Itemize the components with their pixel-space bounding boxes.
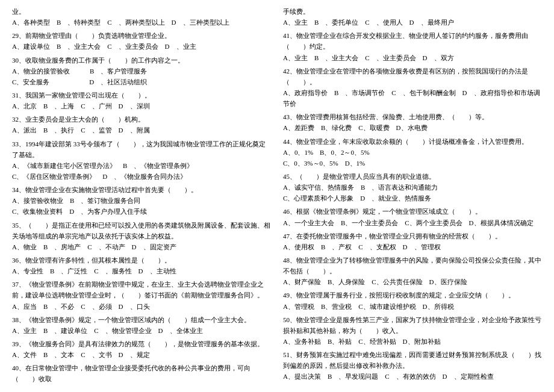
q41-block: 41、物业管理企业在综合开发交根据业主、物业使用人签订的约约服务，服务费用由（ … — [283, 30, 542, 63]
q42-options: A、政府指导价 B 、市场调节价 C 、包干制和酬金制 D 、政府指导价和市场调… — [283, 87, 542, 109]
q51-block: 51、财务预算在实施过程中难免出现偏差，因而需要通过财务预算控制系统及（ ）找到… — [283, 349, 542, 382]
q43-block: 43、物业管理费用核算包括经营、保险费、土地使用费、（ ）等。 A、差距费 B、… — [283, 111, 542, 133]
q32-options: A、派出 B 、执行 C 、监管 D 、附属 — [12, 125, 271, 135]
q47-block: 47、在委托物业管理服务中，物业管理企业只拥有物业的经营权（ ）。 A、使用权 … — [283, 231, 542, 252]
q32-block: 32、业主委员会是业主大会的（ ）机构。 A、派出 B 、执行 C 、监管 D … — [12, 114, 271, 135]
prefix-options: A、各种类型 B 、特种类型 C 、两种类型以上 D 、三种类型以上 — [12, 17, 271, 28]
q45-text: 45、（ ）是物业管理人员应当具有的职业道德。 — [283, 171, 542, 182]
q34-options2: C、收集物业资料 D 、为客户办理入住手续 — [12, 206, 271, 217]
q41-text: 41、物业管理企业在综合开发交根据业主、物业使用人签订的约约服务，服务费用由（ … — [283, 30, 542, 52]
q35-block: 35、（ ）是指正在使用和已经可以投入使用的各类建筑物及附属设备、配套设施、相关… — [12, 220, 271, 252]
q48-options: A、财产保险 B、人身保险 C、公共责任保险 D、医疗保险 — [283, 276, 542, 287]
q34-text: 34、物业管理企业在实施物业管理活动过程中首先要（ ）。 — [12, 184, 271, 195]
q36-options: A、专业性 B 、广泛性 C 、服务性 D 、主动性 — [12, 266, 271, 276]
q50-block: 50、物业管理企业是服务性第三产业，国家为了扶持物业管理企业，对企业给予政策性亏… — [283, 314, 542, 347]
q47-options: A、使用权 B 、产权 C 、支配权 D 、管理权 — [283, 241, 542, 252]
q31-options: A、北京 B 、上海 C 、广州 D 、深圳 — [12, 101, 271, 111]
q41-options: A、业主 B 、业主大会 C 、业主委员会 D 、双方 — [283, 52, 542, 63]
q30-options2: C、安全服务 D 、社区活动组织 — [12, 76, 271, 87]
q45-block: 45、（ ）是物业管理人员应当具有的职业道德。 A、诚实守信、热情服务 B 、语… — [283, 171, 542, 204]
r-prefix-options: A、业主 B 、委托单位 C 、使用人 D 、最终用户 — [283, 17, 542, 28]
q44-options1: A、0、1% B、0、2～0、5% — [283, 147, 542, 158]
q36-block: 36、物业管理有许多特性，但其根本属性是（ ）。 A、专业性 B 、广泛性 C … — [12, 255, 271, 276]
r-prefix-text: 手续费。 — [283, 6, 542, 17]
q44-options2: C、0、3%～0、5% D、1% — [283, 158, 542, 169]
q34-block: 34、物业管理企业在实施物业管理活动过程中首先要（ ）。 A、接管验收物业 B … — [12, 184, 271, 217]
q33-options1: A、《城市新建住宅小区管理办法》 B 、《物业管理条例》 — [12, 160, 271, 171]
q30-options1: A、物业的接管验收 B 、客户管理服务 — [12, 66, 271, 76]
q42-text: 42、物业管理企业在管理中的各项物业服务收费是有区别的，按照我国现行的办法是（ … — [283, 66, 542, 87]
q48-block: 48、物业管理企业为了转移物业管理服务中的风险，要向保险公司投保公众责任险，其中… — [283, 255, 542, 287]
q30-block: 30、收取物业服务费的工作属于（ ）的工作内容之一。 A、物业的接管验收 B 、… — [12, 55, 271, 87]
q49-block: 49、物业管理属于服务行业，按照现行税收制度的规定，企业应交纳（ ）。 A、管理… — [283, 290, 542, 311]
q39-block: 39、《物业服务合同》是具有法律效力的规范（ ），是物业管理服务的基本依据。 A… — [12, 338, 271, 360]
q30-text: 30、收取物业服务费的工作属于（ ）的工作内容之一。 — [12, 55, 271, 66]
q33-options2: C、《居住区物业管理条例》 D 、《物业服务合同办法》 — [12, 171, 271, 182]
q39-options: A、文件 B 、文本 C 、文书 D 、规定 — [12, 349, 271, 360]
q38-options: A、业主 B 、建设单位 C 、物业管理企业 D 、全体业主 — [12, 325, 271, 336]
q43-text: 43、物业管理费用核算包括经营、保险费、土地使用费、（ ）等。 — [283, 111, 542, 122]
q33-text: 33、1994年建设部第 33号令颁布了（ ），这为我国城市物业管理工作的正规化… — [12, 138, 271, 160]
q35-text: 35、（ ）是指正在使用和已经可以投入使用的各类建筑物及附属设备、配套设施、相关… — [12, 220, 271, 241]
q34-options1: A、接管验收物业 B 、签订物业服务合同 — [12, 195, 271, 206]
q50-text: 50、物业管理企业是服务性第三产业，国家为了扶持物业管理企业，对企业给予政策性亏… — [283, 314, 542, 336]
q46-options: A、一个业主大会 B、一个业主委员会 C、两个业主委员会 D、根据具体情况确定 — [283, 217, 542, 228]
q32-text: 32、业主委员会是业主大会的（ ）机构。 — [12, 114, 271, 125]
right-column: 手续费。 A、业主 B 、委托单位 C 、使用人 D 、最终用户 41、物业管理… — [283, 6, 542, 387]
q37-text: 37、《物业管理条例》在前期物业管理中规定，在业主、业主大会选聘物业管理企业之前… — [12, 279, 271, 300]
left-column: 业。 A、各种类型 B 、特种类型 C 、两种类型以上 D 、三种类型以上 29… — [12, 6, 271, 387]
q37-options: A、应当 B 、不必 C 、必须 D 、口头 — [12, 301, 271, 312]
q49-options: A、管理税 B、营业税 C、城市建设维护税 D、所得税 — [283, 301, 542, 312]
q29-options: A、建设单位 B 、业主大会 C 、业主委员会 D 、业主 — [12, 41, 271, 52]
q44-block: 44、物业管理企业，年末应收取款余额的（ ）计提场概准备金，计入管理费用。 A、… — [283, 136, 542, 169]
q39-text: 39、《物业服务合同》是具有法律效力的规范（ ），是物业管理服务的基本依据。 — [12, 338, 271, 349]
prefix-block: 业。 A、各种类型 B 、特种类型 C 、两种类型以上 D 、三种类型以上 — [12, 6, 271, 28]
q36-text: 36、物业管理有许多特性，但其根本属性是（ ）。 — [12, 255, 271, 266]
q47-text: 47、在委托物业管理服务中，物业管理企业只拥有物业的经营权（ ）。 — [283, 231, 542, 241]
q45-options2: C、心理素质和个人形象 D 、就业业、热情服务 — [283, 193, 542, 204]
q42-block: 42、物业管理企业在管理中的各项物业服务收费是有区别的，按照我国现行的办法是（ … — [283, 66, 542, 110]
q37-block: 37、《物业管理条例》在前期物业管理中规定，在业主、业主大会选聘物业管理企业之前… — [12, 279, 271, 311]
prefix-text: 业。 — [12, 6, 271, 17]
q45-options1: A、诚实守信、热情服务 B 、语言表达和沟通能力 — [283, 182, 542, 193]
q31-block: 31、我国第一家物业管理公司出现在（ ）。 A、北京 B 、上海 C 、广州 D… — [12, 90, 271, 111]
q38-block: 38、《物业管理条例》规定，一个物业管理区域内的（ ）组成一个业主大会。 A、业… — [12, 314, 271, 336]
q40-block: 40、在日常物业管理中，物业管理企业接受委托代收的各种公共事业的费用，可向（ ）… — [12, 362, 271, 384]
q50-options: A、业务补贴 B、补贴 C、经营补贴 D、附加补贴 — [283, 336, 542, 347]
q46-text: 46、根据《物业管理条例》规定，一个物业管理区域成立（ ）。 — [283, 206, 542, 217]
q51-options: A、提出决策 B 、早发现问题 C 、有效的效仿 D 、定期性检查 — [283, 371, 542, 382]
q43-options: A、差距费 B、绿化费 C、取暖费 D、水电费 — [283, 122, 542, 133]
q35-options: A、物业 B 、房地产 C 、不动产 D 、固定资产 — [12, 241, 271, 252]
q51-text: 51、财务预算在实施过程中难免出现偏差，因而需要通过财务预算控制系统及（ ）找到… — [283, 349, 542, 371]
q33-block: 33、1994年建设部第 33号令颁布了（ ），这为我国城市物业管理工作的正规化… — [12, 138, 271, 182]
page-container: 业。 A、各种类型 B 、特种类型 C 、两种类型以上 D 、三种类型以上 29… — [12, 6, 542, 387]
q44-text: 44、物业管理企业，年末应收取款余额的（ ）计提场概准备金，计入管理费用。 — [283, 136, 542, 147]
q46-block: 46、根据《物业管理条例》规定，一个物业管理区域成立（ ）。 A、一个业主大会 … — [283, 206, 542, 228]
q29-text: 29、前期物业管理由（ ）负责选聘物业管理企业。 — [12, 30, 271, 41]
q48-text: 48、物业管理企业为了转移物业管理服务中的风险，要向保险公司投保公众责任险，其中… — [283, 255, 542, 276]
r-prefix-block: 手续费。 A、业主 B 、委托单位 C 、使用人 D 、最终用户 — [283, 6, 542, 28]
q31-text: 31、我国第一家物业管理公司出现在（ ）。 — [12, 90, 271, 101]
q40-text: 40、在日常物业管理中，物业管理企业接受委托代收的各种公共事业的费用，可向（ ）… — [12, 362, 271, 384]
q49-text: 49、物业管理属于服务行业，按照现行税收制度的规定，企业应交纳（ ）。 — [283, 290, 542, 300]
q29-block: 29、前期物业管理由（ ）负责选聘物业管理企业。 A、建设单位 B 、业主大会 … — [12, 30, 271, 52]
q38-text: 38、《物业管理条例》规定，一个物业管理区域内的（ ）组成一个业主大会。 — [12, 314, 271, 325]
